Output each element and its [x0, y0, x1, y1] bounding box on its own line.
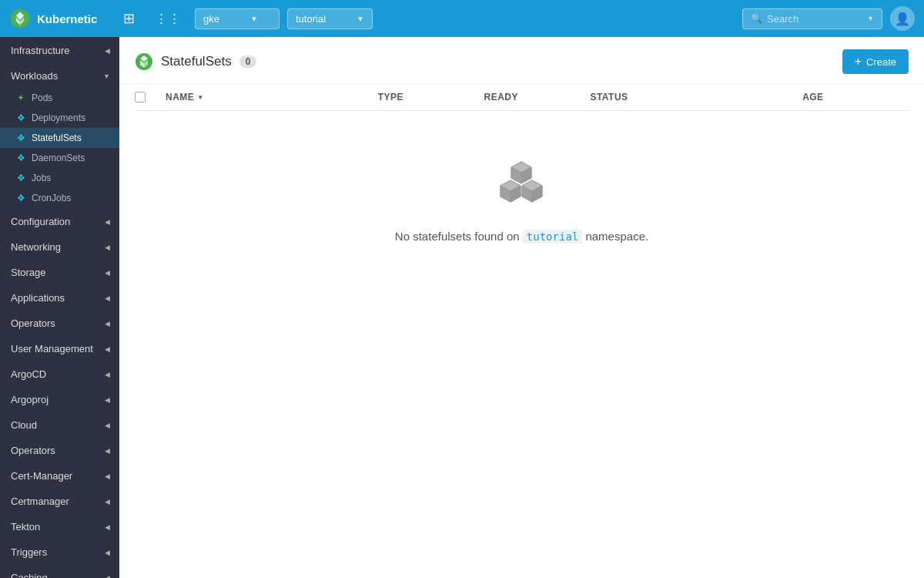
- sidebar-header-cloud[interactable]: Cloud ◀: [0, 412, 119, 437]
- sidebar-certmanager-label: Certmanager: [11, 496, 69, 507]
- sidebar-item-jobs[interactable]: ❖ Jobs: [0, 168, 119, 188]
- jobs-icon: ❖: [15, 173, 26, 183]
- cluster-dropdown-chevron: ▼: [250, 15, 258, 23]
- sidebar-section-applications: Applications ◀: [0, 284, 119, 310]
- sidebar-section-operators2: Operators ◀: [0, 437, 119, 462]
- sidebar-section-workloads: Workloads ▼ ✦ Pods ❖ Deployments ❖ State…: [0, 62, 119, 208]
- grid-icon[interactable]: ⊞: [117, 7, 141, 30]
- sidebar-item-statefulsets[interactable]: ❖ StatefulSets: [0, 128, 119, 148]
- sidebar-header-cert-manager[interactable]: Cert-Manager ◀: [0, 462, 119, 488]
- sidebar-operators2-label: Operators: [11, 445, 55, 456]
- sidebar-header-argoproj[interactable]: Argoproj ◀: [0, 386, 119, 412]
- statefulsets-icon: ❖: [15, 133, 26, 143]
- empty-state: No statefulsets found on tutorial namesp…: [135, 111, 909, 274]
- apps-icon[interactable]: ⋮⋮: [149, 8, 187, 30]
- daemonsets-icon: ❖: [15, 153, 26, 163]
- select-all-checkbox[interactable]: [135, 92, 146, 102]
- networking-collapse-icon: ◀: [105, 244, 110, 251]
- sidebar-statefulsets-label: StatefulSets: [32, 133, 82, 143]
- sidebar-section-caching: Caching ◀: [0, 564, 119, 578]
- storage-collapse-icon: ◀: [105, 269, 110, 277]
- sidebar-section-argocd: ArgoCD ◀: [0, 361, 119, 386]
- create-plus-icon: +: [855, 55, 862, 69]
- sidebar-tekton-label: Tekton: [11, 521, 40, 533]
- sidebar-header-argocd[interactable]: ArgoCD ◀: [0, 361, 119, 386]
- sidebar-networking-label: Networking: [11, 241, 61, 253]
- sidebar-section-certmanager: Certmanager ◀: [0, 488, 119, 513]
- sidebar-header-tekton[interactable]: Tekton ◀: [0, 513, 119, 539]
- empty-message-prefix: No statefulsets found on: [395, 230, 520, 243]
- cluster-value: gke: [203, 13, 219, 25]
- count-badge: 0: [239, 55, 257, 68]
- argocd-collapse-icon: ◀: [105, 371, 110, 378]
- content-title-group: StatefulSets 0: [135, 52, 256, 71]
- empty-state-message: No statefulsets found on tutorial namesp…: [395, 230, 648, 243]
- table-col-age: AGE: [802, 92, 909, 102]
- content-area: StatefulSets 0 + Create NAME ▼ TYPE: [119, 37, 924, 578]
- col-type-label: TYPE: [378, 92, 403, 102]
- cluster-dropdown[interactable]: gke ▼: [195, 8, 280, 29]
- sidebar-header-caching[interactable]: Caching ◀: [0, 564, 119, 578]
- sidebar-header-storage[interactable]: Storage ◀: [0, 259, 119, 284]
- col-ready-label: READY: [484, 92, 518, 102]
- sidebar-argoproj-label: Argoproj: [11, 394, 49, 405]
- sidebar-cert-manager-label: Cert-Manager: [11, 470, 72, 482]
- create-button[interactable]: + Create: [842, 49, 909, 74]
- caching-collapse-icon: ◀: [105, 574, 110, 579]
- sidebar-section-operators: Operators ◀: [0, 310, 119, 335]
- search-input[interactable]: [767, 13, 859, 25]
- namespace-dropdown[interactable]: tutorial ▼: [287, 8, 373, 29]
- sidebar-header-networking[interactable]: Networking ◀: [0, 234, 119, 259]
- configuration-collapse-icon: ◀: [105, 218, 110, 226]
- sidebar-header-triggers[interactable]: Triggers ◀: [0, 539, 119, 564]
- col-status-label: STATUS: [590, 92, 628, 102]
- sidebar-user-management-label: User Management: [11, 343, 93, 355]
- sidebar-pods-label: Pods: [32, 92, 52, 103]
- name-sort-icon[interactable]: ▼: [197, 94, 203, 101]
- table-col-name: NAME ▼: [166, 92, 378, 102]
- app-name: Kubernetic: [37, 12, 97, 25]
- sidebar-infrastructure-label: Infrastructure: [11, 45, 70, 56]
- sidebar-item-cronjobs[interactable]: ❖ CronJobs: [0, 188, 119, 208]
- triggers-collapse-icon: ◀: [105, 549, 110, 556]
- pods-icon: ✦: [15, 92, 26, 103]
- sidebar-header-workloads[interactable]: Workloads ▼: [0, 62, 119, 88]
- app-logo: Kubernetic: [9, 8, 109, 29]
- table-col-status: STATUS: [590, 92, 802, 102]
- sidebar-section-networking: Networking ◀: [0, 234, 119, 259]
- main-layout: Infrastructure ◀ Workloads ▼ ✦ Pods ❖ De…: [0, 37, 924, 578]
- sidebar-header-configuration[interactable]: Configuration ◀: [0, 208, 119, 234]
- table-header: NAME ▼ TYPE READY STATUS AGE: [135, 84, 909, 111]
- sidebar-header-user-management[interactable]: User Management ◀: [0, 335, 119, 361]
- sidebar-section-configuration: Configuration ◀: [0, 208, 119, 234]
- sidebar-operators-label: Operators: [11, 318, 55, 329]
- sidebar-header-infrastructure[interactable]: Infrastructure ◀: [0, 37, 119, 62]
- statefulsets-title-icon: [135, 52, 153, 71]
- sidebar-item-deployments[interactable]: ❖ Deployments: [0, 108, 119, 128]
- empty-namespace: tutorial: [523, 230, 582, 244]
- create-button-label: Create: [866, 56, 896, 68]
- topbar: Kubernetic ⊞ ⋮⋮ gke ▼ tutorial ▼ 🔍 ▼ 👤: [0, 0, 924, 37]
- sidebar-item-pods[interactable]: ✦ Pods: [0, 88, 119, 108]
- user-avatar[interactable]: 👤: [890, 6, 915, 31]
- workloads-collapse-icon: ▼: [103, 72, 110, 80]
- search-box[interactable]: 🔍 ▼: [742, 8, 882, 29]
- sidebar-header-operators[interactable]: Operators ◀: [0, 310, 119, 335]
- sidebar-section-tekton: Tekton ◀: [0, 513, 119, 539]
- content-header: StatefulSets 0 + Create: [119, 37, 924, 84]
- sidebar-header-applications[interactable]: Applications ◀: [0, 284, 119, 310]
- sidebar-header-operators2[interactable]: Operators ◀: [0, 437, 119, 462]
- page-title: StatefulSets: [161, 54, 232, 69]
- sidebar-section-triggers: Triggers ◀: [0, 539, 119, 564]
- empty-message-suffix: namespace.: [585, 230, 648, 243]
- table-container: NAME ▼ TYPE READY STATUS AGE: [119, 84, 924, 578]
- deployments-icon: ❖: [15, 113, 26, 123]
- argoproj-collapse-icon: ◀: [105, 396, 110, 404]
- sidebar-header-certmanager[interactable]: Certmanager ◀: [0, 488, 119, 513]
- user-icon: 👤: [895, 12, 910, 26]
- user-management-collapse-icon: ◀: [105, 345, 110, 353]
- sidebar-argocd-label: ArgoCD: [11, 368, 46, 380]
- sidebar-item-daemonsets[interactable]: ❖ DaemonSets: [0, 148, 119, 168]
- table-header-checkbox-cell: [135, 92, 166, 102]
- cronjobs-icon: ❖: [15, 193, 26, 203]
